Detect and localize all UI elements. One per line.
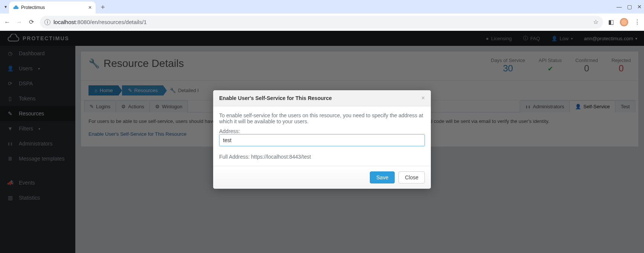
modal-body: To enable self-service for the users on … [213, 106, 431, 166]
bookmark-star-icon[interactable]: ☆ [593, 18, 598, 26]
side-panel-icon[interactable]: ◧ [608, 18, 614, 26]
site-info-icon[interactable]: i [44, 19, 50, 25]
modal-description: To enable self-service for the users on … [219, 112, 425, 124]
forward-icon[interactable]: → [16, 19, 23, 26]
browser-tabstrip: ▾ Protectimus ✕ ＋ — ▢ ✕ [0, 0, 644, 14]
browser-toolbar: ← → ⟳ i localhost:8080/en/resources/deta… [0, 14, 644, 31]
url-bar[interactable]: i localhost:8080/en/resources/details/1 … [40, 16, 603, 29]
save-button[interactable]: Save [370, 171, 395, 183]
modal-close-icon[interactable]: × [421, 95, 425, 102]
self-service-modal: Enable User's Self-Service for This Reso… [213, 90, 431, 189]
modal-header: Enable User's Self-Service for This Reso… [213, 90, 431, 106]
back-icon[interactable]: ← [4, 19, 11, 26]
address-label: Address: [219, 128, 425, 134]
browser-tab[interactable]: Protectimus ✕ [9, 2, 96, 14]
tab-close-icon[interactable]: ✕ [88, 5, 92, 10]
modal-footer: Save Close [213, 166, 431, 189]
window-controls: — ▢ ✕ [617, 0, 642, 14]
maximize-icon[interactable]: ▢ [627, 4, 632, 10]
profile-avatar[interactable] [620, 18, 628, 26]
tab-favicon [13, 5, 19, 11]
minimize-icon[interactable]: — [617, 4, 622, 10]
tab-title: Protectimus [21, 5, 86, 10]
close-button[interactable]: Close [398, 171, 425, 183]
chrome-menu-icon[interactable]: ⋮ [634, 18, 640, 26]
reload-icon[interactable]: ⟳ [28, 18, 35, 26]
modal-title: Enable User's Self-Service for This Reso… [219, 95, 332, 101]
full-address-line: Full Address: https://localhost:8443/tes… [219, 154, 425, 160]
app-root: ◷ Dashboard 👤 Users ▾ ⟳ DSPA ▯ Tokens ✎ … [0, 31, 644, 253]
new-tab-button[interactable]: ＋ [99, 2, 106, 11]
url-text: localhost:8080/en/resources/details/1 [53, 19, 147, 25]
address-input[interactable] [219, 134, 425, 146]
close-window-icon[interactable]: ✕ [637, 4, 642, 10]
tabstrip-chevron-icon[interactable]: ▾ [2, 4, 9, 9]
